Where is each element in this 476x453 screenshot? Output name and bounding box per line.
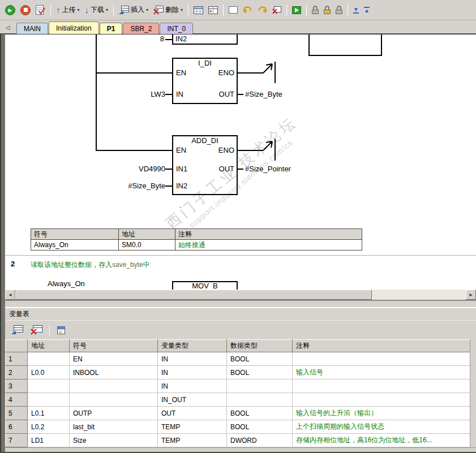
tab-main[interactable]: MAIN [16, 23, 48, 34]
symbol-cell[interactable]: Size [70, 434, 158, 447]
block-title[interactable]: I_DI [172, 59, 238, 67]
upload-dropdown-icon[interactable]: ▾ [78, 7, 80, 12]
tab-initialization[interactable]: Initialization [49, 21, 99, 34]
delete-row-button[interactable] [28, 323, 45, 338]
data-type-cell[interactable]: BOOL [227, 420, 293, 434]
vertical-scrollbar[interactable] [470, 339, 476, 447]
row-number[interactable]: 1 [6, 352, 28, 366]
insert-dropdown-icon[interactable]: ▾ [146, 7, 148, 12]
symbol-cell[interactable]: EN [70, 352, 158, 366]
address-cell[interactable] [28, 393, 70, 407]
tab-int0[interactable]: INT_0 [160, 23, 193, 34]
comment-cell[interactable]: 存储内存相位地址，高16位为位地址，低16... [293, 434, 470, 447]
compile-button[interactable] [33, 3, 48, 18]
contact-label[interactable]: Always_On [48, 280, 85, 288]
operand-value[interactable]: 8 [143, 35, 164, 43]
symbol-cell[interactable]: INBOOL [70, 366, 158, 379]
var-type-cell[interactable]: IN [158, 366, 227, 379]
network2-number[interactable]: 2 [11, 260, 15, 268]
var-type-cell[interactable]: IN_OUT [158, 393, 227, 407]
tab-p1[interactable]: P1 [100, 23, 123, 34]
address-cell[interactable] [28, 352, 70, 366]
block-title[interactable]: MOV_B [172, 282, 238, 290]
insert-button[interactable]: 插入 ▾ [117, 3, 151, 18]
jump-down-button[interactable]: ▼ [351, 3, 361, 18]
lock-button-2[interactable] [321, 3, 333, 18]
operand-value[interactable]: #Size_Byte [110, 182, 165, 190]
var-type-cell[interactable]: TEMP [158, 434, 227, 447]
address-cell[interactable]: L0.1 [28, 407, 70, 420]
view-table-button[interactable] [191, 3, 205, 18]
data-type-cell[interactable] [227, 393, 293, 407]
operand-value[interactable]: VD4990 [115, 165, 165, 173]
operand-value[interactable]: LW3 [115, 90, 165, 98]
var-type-cell[interactable]: IN [158, 379, 227, 393]
go-button[interactable] [290, 3, 303, 18]
scroll-left-button[interactable]: ◄ [5, 290, 15, 300]
comment-cell[interactable]: 输入信号 [293, 366, 470, 379]
row-number[interactable]: 5 [6, 407, 28, 420]
ladder-editor[interactable]: 西门子工业 技术论坛 support.industry.siemens.com/… [5, 34, 476, 300]
scrollbar-track[interactable] [372, 290, 466, 300]
symtable-comment[interactable]: 始终接通 [175, 240, 362, 251]
row-number[interactable]: 3 [6, 379, 28, 393]
symbol-cell[interactable] [70, 379, 158, 393]
sort-button[interactable] [54, 323, 68, 338]
jump-up-button[interactable]: ▲ [362, 3, 372, 18]
data-type-cell[interactable]: DWORD [227, 434, 293, 447]
stop-button[interactable] [18, 3, 33, 18]
delete-dropdown-icon[interactable]: ▾ [181, 7, 183, 12]
panel-splitter[interactable] [5, 300, 476, 308]
insert-row-button[interactable] [9, 323, 25, 338]
address-cell[interactable]: L0.2 [28, 420, 70, 434]
download-button[interactable]: ↓ 下载 ▾ [83, 3, 111, 18]
symbol-cell[interactable]: last_bit [70, 420, 158, 434]
data-type-cell[interactable] [227, 379, 293, 393]
comment-cell[interactable]: 上个扫描周期的输入信号状态 [293, 420, 470, 434]
lock-button-1[interactable] [310, 3, 321, 18]
row-number[interactable]: 7 [6, 434, 28, 447]
ladder-canvas[interactable]: 西门子工业 技术论坛 support.industry.siemens.com/… [5, 34, 476, 290]
operand-value[interactable]: #Size_Byte [245, 90, 282, 98]
lock-button-3[interactable] [333, 3, 345, 18]
operand-value[interactable]: #Size_Pointer [245, 165, 291, 173]
symtable-address[interactable]: SM0.0 [119, 240, 175, 251]
port-label[interactable]: IN2 [175, 35, 187, 43]
scroll-right-button[interactable]: ► [466, 290, 476, 300]
var-type-cell[interactable]: TEMP [158, 420, 227, 434]
network2-comment[interactable]: 读取该地址整位数据，存入save_byte中 [31, 260, 150, 270]
data-type-cell[interactable]: BOOL [227, 407, 293, 420]
address-cell[interactable] [28, 379, 70, 393]
var-type-cell[interactable]: OUT [158, 407, 227, 420]
var-type-cell[interactable]: IN [158, 352, 227, 366]
address-cell[interactable]: LD1 [28, 434, 70, 447]
data-type-cell[interactable]: BOOL [227, 352, 293, 366]
row-number[interactable]: 4 [6, 393, 28, 407]
redo-button[interactable] [255, 3, 269, 18]
delete-button[interactable]: 删除 ▾ [151, 3, 185, 18]
collapse-tabs-button[interactable]: ◁ [3, 23, 12, 32]
new-network-button[interactable] [226, 3, 240, 18]
view-chart-button[interactable] [206, 3, 220, 18]
horizontal-scrollbar[interactable]: ◄ ► [5, 290, 476, 300]
comment-cell[interactable] [293, 393, 470, 407]
symtable-symbol[interactable]: Always_On [31, 240, 119, 251]
data-type-cell[interactable]: BOOL [227, 366, 293, 379]
comment-cell[interactable] [293, 352, 470, 366]
tab-sbr2[interactable]: SBR_2 [123, 23, 159, 34]
clear-button[interactable] [270, 3, 284, 18]
comment-cell[interactable]: 输入信号的上升沿（输出） [293, 407, 470, 420]
row-number[interactable]: 6 [6, 420, 28, 434]
comment-cell[interactable] [293, 379, 470, 393]
symbol-cell[interactable]: OUTP [70, 407, 158, 420]
scrollbar-thumb[interactable] [15, 290, 372, 300]
download-dropdown-icon[interactable]: ▾ [106, 7, 108, 12]
upload-button[interactable]: ↑ 上传 ▾ [54, 3, 82, 18]
row-number[interactable]: 2 [6, 366, 28, 379]
block-title[interactable]: ADD_DI [172, 137, 238, 145]
block-fragment[interactable] [308, 34, 382, 56]
address-cell[interactable]: L0.0 [28, 366, 70, 379]
run-button[interactable]: ▶ [3, 3, 18, 18]
undo-button[interactable] [241, 3, 255, 18]
symbol-cell[interactable] [70, 393, 158, 407]
